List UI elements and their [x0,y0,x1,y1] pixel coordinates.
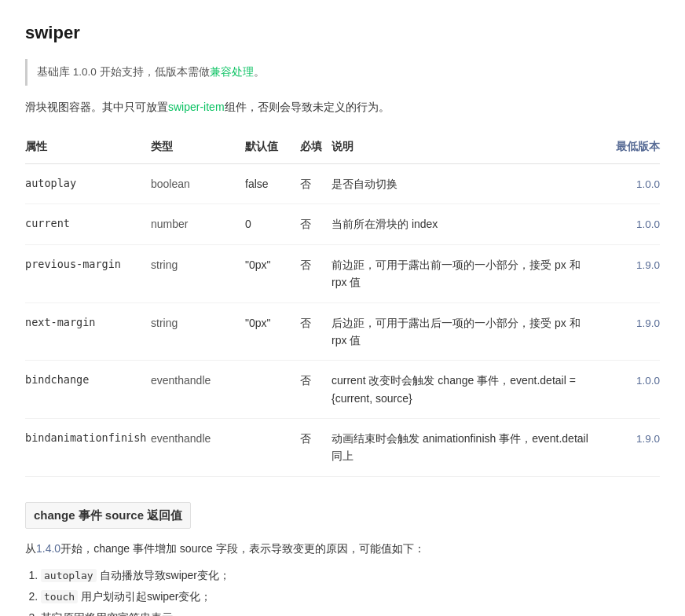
cell-version: 1.0.0 [597,163,660,204]
version-link[interactable]: 1.9.0 [636,433,660,445]
cell-version: 1.9.0 [597,302,660,361]
notice-suffix: 。 [254,66,265,78]
intro-middle: 开始，change 事件增加 source 字段，表示导致变更的原因，可能值如下… [60,542,425,555]
page-title: swiper [25,19,660,46]
col-header-default: 默认值 [245,131,300,163]
cell-required: 否 [300,204,332,245]
version-140-link[interactable]: 1.4.0 [36,542,60,555]
list-item-code: touch [41,590,78,603]
col-header-version: 最低版本 [597,131,660,163]
col-header-type: 类型 [151,131,245,163]
swiper-item-link[interactable]: swiper-item [168,101,225,113]
cell-required: 否 [300,163,332,204]
cell-default: false [245,163,300,204]
version-link[interactable]: 1.0.0 [636,218,660,230]
cell-attr: previous-margin [25,244,151,302]
cell-version: 1.0.0 [597,361,660,419]
compat-link[interactable]: 兼容处理 [210,66,254,78]
cell-type: eventhandle [151,419,245,477]
cell-attr: next-margin [25,302,151,361]
table-row: next-marginstring"0px"否后边距，可用于露出后一项的一小部分… [25,302,660,361]
cell-type: eventhandle [151,361,245,419]
cell-desc: 动画结束时会触发 animationfinish 事件，event.detail… [332,419,597,477]
cell-attr: current [25,204,151,245]
table-row: previous-marginstring"0px"否前边距，可用于露出前一项的… [25,244,660,302]
cell-attr: bindchange [25,361,151,419]
col-header-required: 必填 [300,131,332,163]
source-description: 从1.4.0开始，change 事件增加 source 字段，表示导致变更的原因… [25,540,660,557]
cell-required: 否 [300,302,332,361]
section-title: change 事件 source 返回值 [25,502,191,529]
desc-prefix: 滑块视图容器。其中只可放置 [25,101,168,113]
version-link[interactable]: 1.0.0 [636,178,660,190]
cell-type: boolean [151,163,245,204]
cell-type: number [151,204,245,245]
props-table: 属性 类型 默认值 必填 说明 最低版本 autoplaybooleanfals… [25,131,660,477]
cell-default: "0px" [245,244,300,302]
cell-type: string [151,302,245,361]
col-header-attr: 属性 [25,131,151,163]
cell-desc: 是否自动切换 [332,163,597,204]
table-row: bindanimationfinisheventhandle否动画结束时会触发 … [25,419,660,477]
section-title-text: change 事件 source 返回值 [34,508,182,522]
version-link[interactable]: 1.9.0 [636,259,660,271]
cell-required: 否 [300,419,332,477]
version-link[interactable]: 1.0.0 [636,375,660,387]
cell-default: "0px" [245,302,300,361]
source-list: autoplay 自动播放导致swiper变化；touch 用户划动引起swip… [25,566,660,616]
table-row: currentnumber0否当前所在滑块的 index1.0.0 [25,204,660,245]
cell-desc: 前边距，可用于露出前一项的一小部分，接受 px 和 rpx 值 [332,244,597,302]
cell-attr: autoplay [25,163,151,204]
intro-prefix: 从 [25,542,36,555]
list-item: 其它原因将用空字符串表示。 [41,609,660,616]
cell-default [245,361,300,419]
cell-attr: bindanimationfinish [25,419,151,477]
list-item: touch 用户划动引起swiper变化； [41,588,660,606]
cell-version: 1.0.0 [597,204,660,245]
description: 滑块视图容器。其中只可放置swiper-item组件，否则会导致未定义的行为。 [25,98,660,116]
list-item: autoplay 自动播放导致swiper变化； [41,566,660,585]
cell-required: 否 [300,244,332,302]
cell-required: 否 [300,361,332,419]
version-link[interactable]: 1.9.0 [636,317,660,329]
cell-version: 1.9.0 [597,419,660,477]
cell-default [245,419,300,477]
desc-suffix: 组件，否则会导致未定义的行为。 [225,101,390,113]
cell-desc: current 改变时会触发 change 事件，event.detail = … [332,361,597,419]
table-header-row: 属性 类型 默认值 必填 说明 最低版本 [25,131,660,163]
cell-default: 0 [245,204,300,245]
table-row: autoplaybooleanfalse否是否自动切换1.0.0 [25,163,660,204]
cell-desc: 当前所在滑块的 index [332,204,597,245]
cell-version: 1.9.0 [597,244,660,302]
cell-type: string [151,244,245,302]
table-row: bindchangeeventhandle否current 改变时会触发 cha… [25,361,660,419]
change-section: change 事件 source 返回值 从1.4.0开始，change 事件增… [25,502,660,616]
cell-desc: 后边距，可用于露出后一项的一小部分，接受 px 和 rpx 值 [332,302,597,361]
list-item-code: autoplay [41,569,97,582]
col-header-desc: 说明 [332,131,597,163]
notice-text: 基础库 1.0.0 开始支持，低版本需做 [37,66,210,78]
notice-box: 基础库 1.0.0 开始支持，低版本需做兼容处理。 [25,59,660,86]
